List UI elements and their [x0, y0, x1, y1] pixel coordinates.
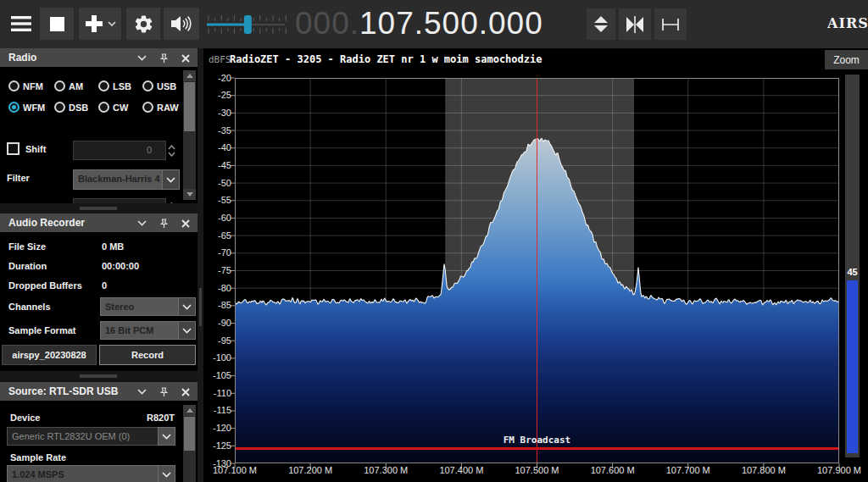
frequency-display[interactable]: 000.107.500.000: [295, 0, 543, 48]
hamburger-icon: [10, 15, 32, 32]
radio-mode-am[interactable]: AM: [54, 75, 98, 97]
radio-button-circle: [54, 80, 65, 91]
y-tick-label: -40: [203, 142, 231, 152]
recording-filename-button[interactable]: airspy_20230828: [2, 345, 97, 365]
airspy-logo: AIRSPY: [827, 15, 868, 34]
radio-mode-label: AM: [69, 81, 83, 91]
audio-info-rows: File Size0 MBDuration00:00:00Dropped Buf…: [0, 239, 198, 297]
y-tick-label: -95: [203, 335, 231, 346]
radio-mode-label: DSB: [69, 102, 88, 113]
radio-panel-scrollbar[interactable]: [183, 70, 196, 200]
close-icon[interactable]: [179, 52, 192, 64]
shift-label: Shift: [25, 144, 46, 154]
y-tick-label: -35: [203, 125, 231, 136]
source-panel-title: Source: RTL-SDR USB: [8, 385, 118, 397]
settings-button[interactable]: [126, 8, 160, 40]
radio-mode-wfm[interactable]: WFM: [8, 97, 54, 118]
add-panel-button[interactable]: [79, 8, 121, 40]
x-tick-label: 107.400 M: [431, 465, 491, 475]
y-tick-label: -30: [203, 108, 231, 118]
info-row-label: Duration: [8, 261, 47, 271]
zoom-slider[interactable]: 45: [845, 75, 860, 457]
radio-button-circle: [8, 102, 19, 113]
y-tick-label: -75: [203, 265, 231, 275]
filter-dropdown[interactable]: Blackman-Harris 4: [73, 169, 180, 190]
pin-icon[interactable]: [158, 52, 170, 64]
panel-splitter[interactable]: [0, 203, 198, 213]
radio-panel-body: NFMAMLSBUSBWFMDSBCWRAW Shift 0 Filter Bl…: [0, 67, 198, 203]
y-tick-label: -65: [203, 230, 231, 241]
radio-mode-lsb[interactable]: LSB: [98, 75, 142, 97]
filter-value: Blackman-Harris 4: [73, 169, 162, 190]
info-row: Duration00:00:00: [0, 258, 198, 278]
x-tick-label: 107.200 M: [281, 465, 340, 475]
y-tick-label: -25: [203, 90, 231, 100]
sample-format-value: 16 Bit PCM: [100, 321, 178, 340]
sample-format-dropdown[interactable]: 16 Bit PCM: [100, 321, 196, 340]
source-panel-header: Source: RTL-SDR USB: [0, 382, 198, 401]
shift-checkbox[interactable]: [7, 142, 19, 155]
source-panel-scrollbar[interactable]: [183, 405, 196, 482]
plus-icon: [85, 14, 103, 33]
pin-icon[interactable]: [158, 385, 170, 398]
y-tick-label: -125: [203, 440, 231, 451]
y-tick-label: -115: [203, 405, 231, 415]
radio-mode-cw[interactable]: CW: [98, 97, 142, 118]
collapse-icon[interactable]: [136, 217, 148, 230]
device-chip-value: R820T: [0, 413, 175, 423]
menu-button[interactable]: [5, 8, 37, 40]
volume-slider[interactable]: [207, 9, 290, 40]
y-tick-label: -50: [203, 178, 231, 188]
y-tick-label: -120: [203, 423, 231, 433]
shift-spinner[interactable]: [166, 141, 177, 160]
y-tick-label: -55: [203, 195, 231, 205]
y-tick-label: -90: [203, 318, 231, 328]
sample-rate-label: Sample Rate: [10, 452, 66, 463]
radio-button-circle: [98, 102, 109, 113]
radio-mode-nfm[interactable]: NFM: [8, 75, 54, 97]
close-icon[interactable]: [179, 385, 192, 398]
band-plan-label: FM Broadcast: [504, 435, 570, 446]
radio-button-circle: [98, 80, 109, 91]
y-tick-label: -45: [203, 160, 231, 170]
channels-value: Stereo: [100, 297, 178, 316]
info-row-label: File Size: [8, 241, 46, 252]
shift-input[interactable]: 0: [73, 141, 166, 160]
volume-thumb[interactable]: [244, 15, 252, 34]
sample-rate-dropdown[interactable]: 1.024 MSPS: [7, 465, 175, 482]
spectrum-plot[interactable]: FM Broadcast: [235, 78, 839, 463]
pin-icon[interactable]: [158, 217, 170, 230]
step-down-icon: [594, 25, 608, 32]
channels-dropdown[interactable]: Stereo: [100, 297, 196, 316]
zoom-slider-label[interactable]: Zoom: [825, 50, 868, 69]
radio-button-circle: [142, 102, 153, 113]
sample-format-label: Sample Format: [8, 325, 75, 335]
y-tick-label: -100: [203, 352, 231, 363]
center-tune-button[interactable]: [619, 8, 651, 40]
stop-button[interactable]: [40, 8, 74, 40]
close-icon[interactable]: [179, 217, 192, 230]
collapse-icon[interactable]: [136, 385, 148, 398]
device-dropdown[interactable]: Generic RTL2832U OEM (0): [7, 427, 175, 446]
x-tick-label: 107.300 M: [356, 465, 415, 475]
radio-mode-label: WFM: [23, 102, 45, 113]
dbfs-unit-label: dBFS: [209, 54, 231, 65]
record-button[interactable]: Record: [99, 345, 196, 365]
radio-mode-dsb[interactable]: DSB: [54, 97, 98, 118]
radio-mode-group: NFMAMLSBUSBWFMDSBCWRAW: [8, 75, 191, 118]
collapse-icon[interactable]: [136, 52, 148, 64]
gear-icon: [133, 14, 154, 35]
info-row: File Size0 MB: [0, 239, 198, 258]
step-up-icon: [594, 16, 608, 23]
y-tick-label: -20: [203, 73, 231, 83]
audio-mute-button[interactable]: [164, 8, 199, 40]
frequency-step-button[interactable]: [587, 8, 615, 40]
zoom-slider-thumb[interactable]: [847, 280, 858, 453]
speaker-icon: [170, 14, 192, 33]
x-tick-label: 107.500 M: [508, 465, 567, 475]
snap-grid-button[interactable]: [654, 8, 687, 40]
panel-splitter[interactable]: [0, 371, 198, 382]
sidebar-splitter[interactable]: [198, 48, 203, 482]
chevron-down-icon: [158, 427, 175, 446]
radio-mode-label: RAW: [157, 102, 179, 113]
